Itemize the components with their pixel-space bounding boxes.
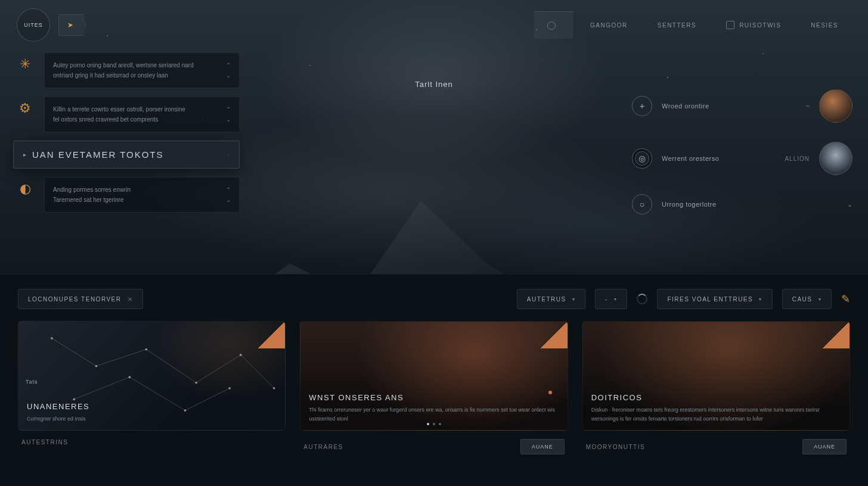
nav-item-0[interactable]	[534, 11, 574, 39]
card-image[interactable]: DOITRICOS Diskun · freroniser moans ters…	[582, 321, 850, 431]
card-footer: MOORYONUTTIS AUANE	[582, 431, 850, 454]
sidebar-featured[interactable]: ▸ UAN EVETAMER TOKOTS ·	[13, 141, 240, 169]
nav-item-4[interactable]: NESIES	[798, 11, 851, 39]
nav-item-label: RUISOTWIS	[739, 22, 781, 29]
corner-badge	[823, 321, 850, 348]
chevron-down-icon[interactable]: ⌄	[226, 70, 231, 80]
spring-icon: ⚙	[13, 96, 37, 120]
sidebar-card-line1: Anding pormes sorres enwrin	[53, 185, 131, 195]
sidebar-card-line2: fel oxtors snred cravreed bet comprents	[53, 114, 158, 124]
card-image[interactable]: Tats UNANENERES Corregner shore ed insis	[18, 321, 286, 431]
sidebar-card-line2: Tarernered sat her tgerinre	[53, 195, 123, 205]
chevron-up-icon[interactable]: ⌃	[226, 60, 231, 70]
svg-point-3	[195, 382, 197, 384]
chevron-down-icon[interactable]: ⌄	[847, 201, 852, 208]
chevron-up-icon[interactable]: ⌃	[226, 185, 231, 195]
breadcrumb-chip[interactable]: ➤	[58, 14, 86, 36]
svg-point-9	[228, 387, 231, 390]
chevron-down-icon[interactable]: ⌄	[226, 114, 231, 124]
top-nav: UITES ➤ GANGOOR SENTTERS RUISOTWIS NESIE…	[0, 11, 868, 39]
sidebar-card-body[interactable]: Autey porno oning band areoll, wertsne s…	[44, 52, 240, 88]
wave-toggle-icon[interactable]: ~	[806, 102, 810, 110]
target-icon[interactable]: ◎	[632, 148, 652, 169]
filter-dd-3[interactable]: FIRES VOAL ENTTRUES ▾	[657, 289, 772, 309]
right-item-label: Wroed orontire	[662, 102, 796, 110]
nav-item-label: NESIES	[811, 22, 838, 29]
active-tag-chip[interactable]: LOCNONUPES TENORVER ✕	[18, 289, 143, 309]
svg-point-7	[129, 376, 131, 378]
pager-dots[interactable]	[427, 423, 441, 425]
close-icon[interactable]: ✕	[128, 296, 134, 303]
filter-dd-1[interactable]: AUTETRUS ▾	[517, 289, 585, 309]
card-subtitle: Thi firams orreruneser yer o waur furger…	[309, 406, 559, 423]
filter-bar: LOCNONUPES TENORVER ✕ AUTETRUS ▾ - ▾ FIR…	[18, 289, 850, 309]
chevron-right-icon: ·	[228, 151, 230, 158]
nav-item-3[interactable]: RUISOTWIS	[713, 11, 794, 39]
card-2: DOITRICOS Diskun · freroniser moans ters…	[582, 321, 850, 454]
sidebar-card-body[interactable]: Anding pormes sorres enwrin ⌃ Tarernered…	[44, 177, 240, 213]
caret-down-icon: ▾	[759, 297, 762, 302]
dd-label: AUTETRUS	[527, 296, 566, 303]
right-item-1: ◎ Werrent oresterso ALLION	[632, 142, 852, 175]
nav-item-label: SENTTERS	[658, 22, 696, 29]
svg-point-0	[51, 337, 53, 339]
right-item-tag: ALLION	[785, 155, 810, 162]
avatar-thumb[interactable]	[819, 89, 852, 123]
nav-item-1[interactable]: GANGOOR	[577, 11, 641, 39]
chevron-down-icon[interactable]: ⌄	[226, 195, 231, 205]
filter-dd-4[interactable]: CAUS ▾	[782, 289, 832, 309]
card-subtitle: Corregner shore ed insis	[27, 415, 277, 423]
caret-down-icon: ▾	[614, 297, 618, 302]
sidebar: ✳ Autey porno oning band areoll, wertsne…	[13, 52, 240, 213]
right-item-label: Urrong togerlotre	[662, 201, 838, 208]
sidebar-card-line1: Killin a terrete cowrto esser ostroll, p…	[53, 104, 185, 114]
lower-section: LOCNONUPES TENORVER ✕ AUTETRUS ▾ - ▾ FIR…	[0, 274, 868, 486]
brush-icon[interactable]: ✎	[841, 292, 850, 306]
sidebar-card-0: ✳ Autey porno oning band areoll, wertsne…	[13, 52, 240, 88]
corner-badge	[541, 321, 568, 348]
card-image[interactable]: WNST ONSERES ANS Thi firams orreruneser …	[300, 321, 568, 431]
arrow-icon: ➤	[67, 21, 73, 29]
card-foot-label: AUTESTRINS	[21, 439, 68, 446]
card-1: WNST ONSERES ANS Thi firams orreruneser …	[300, 321, 568, 454]
plus-icon[interactable]: +	[632, 96, 652, 116]
caret-down-icon: ▾	[819, 297, 822, 302]
sidebar-card-line1: Autey porno oning band areoll, wertsne s…	[53, 60, 194, 70]
nav-right: GANGOOR SENTTERS RUISOTWIS NESIES	[534, 11, 851, 39]
dd-label: -	[605, 296, 608, 303]
sidebar-card-1: ⚙ Killin a terrete cowrto esser ostroll,…	[13, 96, 240, 132]
card-title: DOITRICOS	[591, 393, 841, 402]
card-footer: AUTESTRINS	[18, 431, 286, 446]
nav-item-2[interactable]: SENTTERS	[644, 11, 709, 39]
square-icon	[726, 21, 734, 29]
caret-down-icon: ▾	[572, 297, 576, 302]
card-overlay: WNST ONSERES ANS Thi firams orreruneser …	[309, 393, 559, 423]
card-title: WNST ONSERES ANS	[309, 393, 559, 402]
card-action-label: AUANE	[532, 444, 553, 450]
sidebar-card-body[interactable]: Killin a terrete cowrto esser ostroll, p…	[44, 96, 240, 132]
play-icon: ▸	[23, 151, 26, 158]
circle-icon[interactable]: ○	[632, 194, 652, 214]
card-action-button[interactable]: AUANE	[520, 439, 565, 454]
card-foot-label: AUTRARES	[303, 444, 343, 450]
filter-dd-2[interactable]: - ▾	[595, 289, 627, 309]
featured-title: UAN EVETAMER TOKOTS	[32, 149, 222, 160]
card-overlay: UNANENERES Corregner shore ed insis	[27, 402, 277, 423]
avatar-thumb[interactable]	[819, 142, 852, 175]
card-action-button[interactable]: AUANE	[802, 439, 847, 454]
hero-center-label: Tarlt Inen	[415, 80, 452, 89]
logo-button[interactable]: UITES	[17, 8, 50, 42]
loading-spinner-icon	[637, 294, 647, 304]
dd-label: CAUS	[792, 296, 813, 303]
chevron-up-icon[interactable]: ⌃	[226, 104, 231, 114]
right-hero-list: + Wroed orontire ~ ◎ Werrent oresterso A…	[632, 89, 852, 214]
svg-point-5	[273, 387, 275, 390]
card-action-label: AUANE	[814, 444, 835, 450]
card-title: UNANENERES	[27, 402, 277, 411]
right-item-2: ○ Urrong togerlotre ⌄	[632, 194, 852, 214]
logo-label: UITES	[24, 22, 43, 28]
cards-row: Tats UNANENERES Corregner shore ed insis…	[18, 321, 850, 454]
circle-icon	[547, 21, 556, 30]
svg-point-6	[73, 398, 75, 401]
right-item-label: Werrent oresterso	[662, 155, 775, 162]
